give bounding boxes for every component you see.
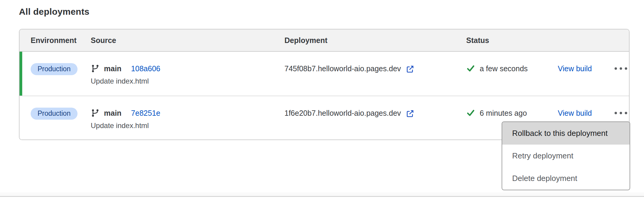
external-link-icon[interactable] (406, 109, 414, 118)
commit-message: Update index.html (91, 121, 284, 130)
view-build-link[interactable]: View build (558, 64, 592, 73)
commit-link[interactable]: 108a606 (131, 64, 160, 73)
success-check-icon (466, 109, 475, 118)
git-branch-icon (91, 109, 100, 118)
page-footer-divider (0, 192, 644, 197)
column-header-source: Source (91, 36, 284, 45)
branch-name: main (104, 64, 121, 73)
deployments-page: All deployments Environment Source Deplo… (0, 0, 644, 199)
ellipsis-icon (615, 112, 617, 114)
table-header-row: Environment Source Deployment Status (20, 29, 629, 52)
active-deployment-indicator (20, 52, 22, 96)
success-check-icon (466, 64, 475, 73)
environment-badge: Production (31, 108, 77, 120)
deployment-row-current: Production main 108a606 Update index.htm… (20, 52, 629, 96)
deployment-url: 1f6e20b7.helloworld-aio.pages.dev (284, 109, 401, 118)
page-title: All deployments (19, 7, 90, 17)
column-header-status: Status (466, 36, 558, 45)
environment-badge: Production (31, 63, 77, 75)
ellipsis-icon (615, 67, 617, 70)
column-header-environment: Environment (31, 36, 91, 45)
commit-message: Update index.html (91, 77, 284, 85)
git-branch-icon (91, 64, 100, 73)
menu-item-retry[interactable]: Retry deployment (502, 145, 630, 167)
row-actions-menu-button[interactable] (613, 108, 629, 118)
deployment-time: 6 minutes ago (480, 109, 527, 118)
deployment-url: 745f08b7.helloworld-aio.pages.dev (284, 64, 401, 73)
view-build-link[interactable]: View build (558, 109, 592, 118)
column-header-deployment: Deployment (284, 36, 466, 45)
deployment-actions-menu: Rollback to this deployment Retry deploy… (502, 121, 630, 190)
row-actions-menu-button[interactable] (613, 63, 629, 74)
branch-name: main (104, 109, 121, 118)
external-link-icon[interactable] (406, 65, 414, 73)
menu-item-rollback[interactable]: Rollback to this deployment (502, 122, 630, 145)
deployment-time: a few seconds (480, 64, 528, 73)
commit-link[interactable]: 7e8251e (131, 109, 160, 118)
menu-item-delete[interactable]: Delete deployment (502, 167, 630, 190)
